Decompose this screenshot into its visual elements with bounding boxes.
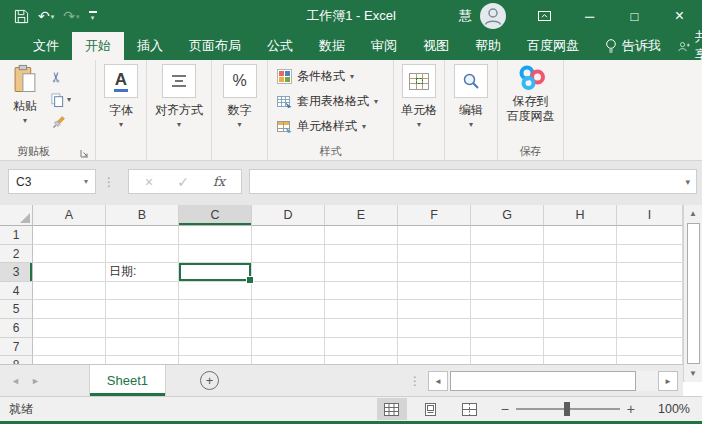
column-header-E[interactable]: E	[325, 205, 398, 226]
cell-F5[interactable]	[398, 300, 471, 319]
cell-D2[interactable]	[252, 245, 325, 264]
cell-C8[interactable]	[179, 356, 252, 364]
undo-button[interactable]: ↶ ▾	[38, 9, 54, 23]
cell-D6[interactable]	[252, 319, 325, 338]
editing-button[interactable]: 编辑 ▾	[447, 64, 495, 129]
column-header-I[interactable]: I	[617, 205, 683, 226]
formula-input[interactable]: ▾	[249, 169, 697, 194]
page-layout-view-button[interactable]	[416, 398, 446, 420]
save-to-baidu-button[interactable]: 保存到百度网盘	[500, 64, 561, 124]
cell-H6[interactable]	[544, 319, 617, 338]
cell-B8[interactable]	[106, 356, 179, 364]
share-button[interactable]: 共享	[674, 32, 702, 60]
tab-page-layout[interactable]: 页面布局	[176, 32, 254, 60]
cell-F6[interactable]	[398, 319, 471, 338]
cell-B1[interactable]	[106, 226, 179, 245]
row-header-2[interactable]: 2	[0, 245, 33, 264]
copy-button[interactable]: ▾	[50, 91, 71, 108]
sheet-tab-sheet1[interactable]: Sheet1	[89, 365, 166, 396]
row-header-1[interactable]: 1	[0, 226, 33, 245]
cell-E4[interactable]	[325, 282, 398, 301]
column-header-D[interactable]: D	[252, 205, 325, 226]
row-header-3[interactable]: 3	[0, 263, 33, 282]
cell-H1[interactable]	[544, 226, 617, 245]
cell-I5[interactable]	[617, 300, 683, 319]
tab-home[interactable]: 开始	[72, 32, 124, 60]
number-button[interactable]: % 数字 ▾	[214, 64, 265, 129]
cell-B5[interactable]	[106, 300, 179, 319]
cell-E5[interactable]	[325, 300, 398, 319]
cell-A1[interactable]	[33, 226, 106, 245]
cell-D8[interactable]	[252, 356, 325, 364]
cell-H4[interactable]	[544, 282, 617, 301]
column-header-A[interactable]: A	[33, 205, 106, 226]
font-button[interactable]: A 字体 ▾	[98, 64, 144, 129]
cell-B7[interactable]	[106, 338, 179, 357]
cell-D1[interactable]	[252, 226, 325, 245]
normal-view-button[interactable]	[377, 398, 407, 420]
cell-I7[interactable]	[617, 338, 683, 357]
format-as-table-button[interactable]: 套用表格格式 ▾	[270, 89, 391, 114]
page-break-preview-button[interactable]	[455, 398, 485, 420]
tab-help[interactable]: 帮助	[462, 32, 514, 60]
conditional-formatting-button[interactable]: 条件格式 ▾	[270, 64, 391, 89]
cell-E8[interactable]	[325, 356, 398, 364]
name-box[interactable]: C3 ▾	[8, 169, 96, 194]
cell-C4[interactable]	[179, 282, 252, 301]
cell-I3[interactable]	[617, 263, 683, 282]
cell-C1[interactable]	[179, 226, 252, 245]
tab-data[interactable]: 数据	[306, 32, 358, 60]
cell-C6[interactable]	[179, 319, 252, 338]
cell-A8[interactable]	[33, 356, 106, 364]
cell-G7[interactable]	[471, 338, 544, 357]
column-header-C[interactable]: C	[179, 205, 252, 226]
cell-H2[interactable]	[544, 245, 617, 264]
cell-I4[interactable]	[617, 282, 683, 301]
minimize-button[interactable]: ─	[567, 0, 612, 32]
cell-H5[interactable]	[544, 300, 617, 319]
tab-insert[interactable]: 插入	[124, 32, 176, 60]
cell-styles-button[interactable]: 单元格样式 ▾	[270, 114, 391, 139]
cell-F1[interactable]	[398, 226, 471, 245]
cell-I8[interactable]	[617, 356, 683, 364]
tab-tell-me[interactable]: 告诉我	[592, 32, 674, 60]
tab-view[interactable]: 视图	[410, 32, 462, 60]
cell-A5[interactable]	[33, 300, 106, 319]
formula-cancel-button[interactable]: ×	[145, 174, 153, 190]
cell-H8[interactable]	[544, 356, 617, 364]
cell-A6[interactable]	[33, 319, 106, 338]
cell-G1[interactable]	[471, 226, 544, 245]
formula-bar-expand-icon[interactable]: ▾	[685, 177, 690, 187]
cell-F8[interactable]	[398, 356, 471, 364]
scroll-right-icon[interactable]: ►	[658, 371, 678, 391]
cells-button[interactable]: 单元格 ▾	[396, 64, 442, 129]
cell-B6[interactable]	[106, 319, 179, 338]
insert-function-button[interactable]: fx	[213, 174, 225, 189]
row-header-6[interactable]: 6	[0, 319, 33, 338]
cell-A4[interactable]	[33, 282, 106, 301]
row-header-4[interactable]: 4	[0, 282, 33, 301]
tab-formulas[interactable]: 公式	[254, 32, 306, 60]
column-header-F[interactable]: F	[398, 205, 471, 226]
cell-A7[interactable]	[33, 338, 106, 357]
cell-G8[interactable]	[471, 356, 544, 364]
cell-E3[interactable]	[325, 263, 398, 282]
cell-C7[interactable]	[179, 338, 252, 357]
zoom-level[interactable]: 100%	[652, 402, 690, 416]
alignment-button[interactable]: 对齐方式 ▾	[149, 64, 209, 129]
cell-C2[interactable]	[179, 245, 252, 264]
cell-E1[interactable]	[325, 226, 398, 245]
cell-I1[interactable]	[617, 226, 683, 245]
customize-qat-button[interactable]: ▾	[89, 11, 97, 21]
zoom-slider[interactable]	[516, 408, 620, 410]
row-header-8[interactable]: 8	[0, 356, 33, 364]
tab-review[interactable]: 审阅	[358, 32, 410, 60]
cell-G2[interactable]	[471, 245, 544, 264]
redo-button[interactable]: ↷ ▾	[63, 9, 79, 23]
cell-G3[interactable]	[471, 263, 544, 282]
row-header-5[interactable]: 5	[0, 300, 33, 319]
cell-G5[interactable]	[471, 300, 544, 319]
paste-button[interactable]: 粘贴 ▾	[2, 64, 48, 131]
cell-F2[interactable]	[398, 245, 471, 264]
tab-file[interactable]: 文件	[20, 32, 72, 60]
